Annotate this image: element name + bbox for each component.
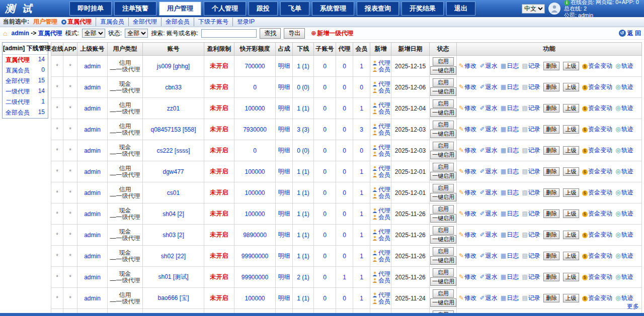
parent-button[interactable]: 上级 — [563, 273, 579, 281]
nav-item-user-management[interactable]: 用户管理 — [159, 2, 201, 16]
delete-button[interactable]: 删除 — [543, 188, 559, 197]
log-link[interactable]: ▦日志 — [501, 126, 519, 133]
rebate-link[interactable]: ✐退水 — [479, 189, 497, 196]
share-detail-link[interactable]: 明细 — [278, 231, 290, 238]
delete-button[interactable]: 删除 — [543, 167, 559, 176]
record-link[interactable]: ▤记录 — [522, 147, 540, 154]
enable-button[interactable]: 启用 — [433, 247, 454, 256]
add-member-link[interactable]: 会员 — [371, 277, 390, 284]
rebate-link[interactable]: ✐退水 — [479, 252, 497, 259]
nav-item-logout[interactable]: 退出 — [446, 2, 475, 16]
record-link[interactable]: ▤记录 — [522, 62, 540, 69]
add-agent-link[interactable]: 代理 — [371, 207, 390, 214]
funds-change-link[interactable]: $资金变动 — [582, 62, 612, 69]
downline-link[interactable]: 1 (1) — [297, 253, 309, 260]
log-link[interactable]: ▦日志 — [501, 168, 519, 175]
track-link[interactable]: ◎轨迹 — [615, 273, 633, 280]
delete-button[interactable]: 删除 — [543, 83, 559, 91]
parent-account-link[interactable]: admin — [84, 63, 101, 70]
add-member-link[interactable]: 会员 — [371, 193, 390, 199]
account-link[interactable]: cbn33 — [165, 84, 182, 91]
parent-button[interactable]: 上级 — [563, 231, 579, 239]
onekey-enable-button[interactable]: 一键启用 — [430, 109, 456, 117]
add-agent-link[interactable]: 代理 — [371, 165, 390, 172]
record-link[interactable]: ▤记录 — [522, 126, 540, 133]
account-link[interactable]: sh04 [2] — [163, 210, 184, 218]
find-button[interactable]: 查找 — [260, 28, 281, 39]
log-link[interactable]: ▦日志 — [501, 252, 519, 259]
account-link[interactable]: sh02 [22] — [161, 253, 186, 260]
track-link[interactable]: ◎轨迹 — [615, 147, 633, 154]
parent-button[interactable]: 上级 — [563, 209, 579, 218]
add-agent-link[interactable]: 代理 — [371, 102, 390, 109]
add-agent-link[interactable]: 代理 — [371, 144, 390, 151]
add-agent-link[interactable]: 代理 — [371, 123, 390, 130]
rebate-link[interactable]: ✐退水 — [479, 62, 497, 69]
log-link[interactable]: ▦日志 — [501, 104, 519, 112]
add-agent-link[interactable]: 代理 — [371, 271, 390, 277]
account-link[interactable]: sh03 [2] — [163, 232, 184, 239]
delete-button[interactable]: 删除 — [543, 104, 559, 113]
nav-item-instant-orders[interactable]: 即时挂单 — [69, 2, 112, 16]
enable-button[interactable]: 启用 — [433, 226, 454, 235]
downline-link[interactable]: 1 (1) — [297, 210, 309, 218]
share-detail-link[interactable]: 明细 — [278, 83, 290, 90]
onekey-enable-button[interactable]: 一键启用 — [430, 172, 456, 180]
edit-link[interactable]: ✎修改 — [459, 294, 476, 301]
account-link[interactable]: cs222 [ssss] — [156, 147, 190, 154]
subnav-login-ip[interactable]: 登录IP — [232, 18, 255, 26]
export-button[interactable]: 导出 — [284, 28, 305, 39]
enable-button[interactable]: 启用 — [433, 268, 454, 277]
nav-item-lottery-results[interactable]: 开奖结果 — [401, 2, 444, 16]
funds-change-link[interactable]: $资金变动 — [582, 189, 612, 196]
track-link[interactable]: ◎轨迹 — [615, 104, 633, 112]
share-detail-link[interactable]: 明细 — [278, 273, 290, 280]
rebate-link[interactable]: ✐退水 — [479, 231, 497, 238]
subnav-sub-accounts[interactable]: 下级子账号 — [194, 18, 228, 26]
add-member-link[interactable]: 会员 — [371, 151, 390, 157]
edit-link[interactable]: ✎修改 — [459, 252, 476, 259]
downline-link[interactable]: 1 (1) — [297, 168, 309, 175]
onekey-enable-button[interactable]: 一键启用 — [430, 87, 456, 96]
downline-link[interactable]: 1 (1) — [297, 105, 309, 112]
search-input[interactable] — [201, 29, 257, 38]
sidebar-item-level1-agents[interactable]: 一级代理 14 — [3, 86, 48, 97]
add-member-link[interactable]: 会员 — [371, 214, 390, 221]
funds-change-link[interactable]: $资金变动 — [582, 294, 612, 301]
funds-change-link[interactable]: $资金变动 — [582, 210, 612, 217]
record-link[interactable]: ▤记录 — [522, 168, 540, 175]
downline-link[interactable]: 0 (0) — [297, 84, 309, 91]
parent-button[interactable]: 上级 — [563, 125, 579, 134]
downline-link[interactable]: 0 (0) — [297, 147, 309, 154]
track-link[interactable]: ◎轨迹 — [615, 83, 633, 90]
subnav-all-members[interactable]: 全部会员 — [161, 18, 190, 26]
funds-change-link[interactable]: $资金变动 — [582, 231, 612, 238]
nav-item-personal[interactable]: 个人管理 — [204, 2, 246, 16]
share-detail-link[interactable]: 明细 — [278, 104, 290, 112]
delete-button[interactable]: 删除 — [543, 231, 559, 239]
delete-button[interactable]: 删除 — [543, 273, 559, 281]
share-detail-link[interactable]: 明细 — [278, 126, 290, 133]
rebate-link[interactable]: ✐退水 — [479, 83, 497, 90]
edit-link[interactable]: ✎修改 — [459, 62, 476, 69]
onekey-enable-button[interactable]: 一键启用 — [430, 151, 456, 159]
add-member-link[interactable]: 会员 — [371, 109, 390, 115]
edit-link[interactable]: ✎修改 — [459, 189, 476, 196]
parent-button[interactable]: 上级 — [563, 188, 579, 197]
share-detail-link[interactable]: 明细 — [278, 168, 290, 175]
parent-button[interactable]: 上级 — [563, 83, 579, 91]
rebate-link[interactable]: ✐退水 — [479, 104, 497, 112]
account-link[interactable]: cs01 — [167, 189, 180, 196]
more-link[interactable]: 更多 — [627, 303, 639, 310]
track-link[interactable]: ◎轨迹 — [615, 294, 633, 301]
add-agent-link[interactable]: 代理 — [371, 60, 390, 66]
share-detail-link[interactable]: 明细 — [278, 210, 290, 217]
subnav-direct-agents[interactable]: ●直属代理 — [61, 18, 92, 26]
add-agent-link[interactable]: 代理 — [371, 250, 390, 256]
downline-link[interactable]: 3 (3) — [297, 126, 309, 133]
edit-link[interactable]: ✎修改 — [459, 273, 476, 280]
rebate-link[interactable]: ✐退水 — [479, 126, 497, 133]
downline-link[interactable]: 1 (1) — [297, 63, 309, 70]
back-button[interactable]: ↺ 返 回 — [619, 29, 641, 38]
enable-button[interactable]: 启用 — [433, 289, 454, 298]
